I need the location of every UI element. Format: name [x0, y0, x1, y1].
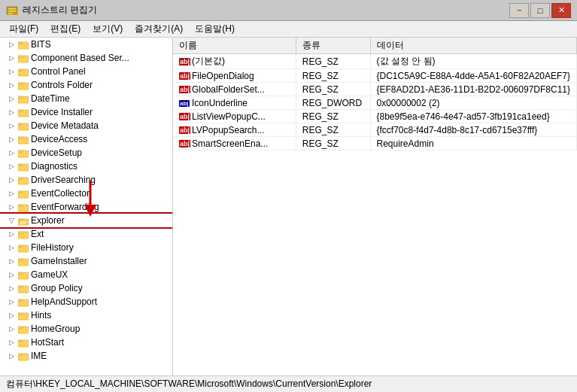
- svg-rect-13: [18, 96, 23, 99]
- tree-item-ds[interactable]: ▷ DeviceSetup: [0, 146, 172, 160]
- tree-item-has[interactable]: ▷ HelpAndSupport: [0, 295, 172, 308]
- folder-icon: [18, 188, 29, 199]
- tree-label: Explorer: [31, 215, 65, 226]
- svg-rect-34: [18, 232, 23, 234]
- cell-data: (값 설정 안 됨): [370, 54, 576, 69]
- tree-item-hs[interactable]: ▷ HotStart: [0, 336, 172, 349]
- tree-label: HelpAndSupport: [31, 296, 97, 307]
- cell-type: REG_SZ: [296, 137, 370, 150]
- col-header-name: 이름: [173, 38, 296, 54]
- tree-label: DeviceAccess: [31, 134, 87, 144]
- tree-panel: ▷ BITS ▷ Component Based Ser...: [0, 38, 173, 375]
- table-row[interactable]: ab|GlobalFolderSet...REG_SZ{EF8AD2D1-AE3…: [173, 83, 577, 96]
- cell-name: ab|GlobalFolderSet...: [173, 83, 296, 96]
- tree-label: Device Installer: [31, 107, 93, 117]
- tree-item-bits[interactable]: ▷ BITS: [0, 38, 172, 51]
- tree-item-explorer[interactable]: ▽ Explorer: [0, 214, 172, 227]
- ab-icon: ab|: [179, 71, 190, 81]
- minimize-button[interactable]: －: [509, 3, 529, 18]
- expand-icon: ▷: [6, 188, 17, 199]
- tree-item-dt[interactable]: ▷ DateTime: [0, 92, 172, 105]
- cell-type: REG_DWORD: [296, 96, 370, 110]
- menu-edit[interactable]: 편집(E): [44, 21, 87, 37]
- svg-rect-48: [18, 327, 23, 329]
- folder-icon: [18, 337, 29, 348]
- table-row[interactable]: ab|IconUnderlineREG_DWORD0x00000002 (2): [173, 96, 577, 110]
- expand-icon: ▷: [6, 39, 17, 50]
- expand-icon: ▷: [6, 107, 17, 117]
- ab-icon: ab|: [179, 126, 190, 135]
- cell-type: REG_SZ: [296, 54, 370, 69]
- tree-container[interactable]: ▷ BITS ▷ Component Based Ser...: [0, 38, 172, 375]
- table-row[interactable]: ab|FileOpenDialogREG_SZ{DC1C5A9C-E88A-4d…: [173, 69, 577, 83]
- tree-item-da[interactable]: ▷ DeviceAccess: [0, 132, 172, 146]
- folder-icon: [18, 296, 29, 307]
- ab-icon: ab|: [179, 85, 190, 94]
- expand-icon: ▷: [6, 229, 17, 239]
- tree-item-hints[interactable]: ▷ Hints: [0, 308, 172, 322]
- tree-item-cf[interactable]: ▷ Controls Folder: [0, 78, 172, 92]
- tree-item-fh[interactable]: ▷ FileHistory: [0, 241, 172, 254]
- maximize-button[interactable]: □: [530, 3, 550, 18]
- tree-item-di[interactable]: ▷ Device Installer: [0, 105, 172, 119]
- expand-icon: ▷: [6, 53, 17, 63]
- tree-item-gi[interactable]: ▷ GameInstaller: [0, 254, 172, 268]
- folder-icon-open: [18, 215, 29, 226]
- svg-rect-50: [18, 340, 23, 342]
- folder-icon: [18, 120, 29, 131]
- tree-label: Group Policy: [31, 283, 83, 293]
- tree-label: HotStart: [31, 337, 64, 348]
- tree-label: GameUX: [31, 269, 68, 280]
- tree-item-diag[interactable]: ▷ Diagnostics: [0, 160, 172, 173]
- folder-icon: [18, 310, 29, 321]
- table-row[interactable]: ab|LVPopupSearch...REG_SZ{fccf70c8-f4d7-…: [173, 123, 577, 137]
- tree-item-hg[interactable]: ▷ HomeGroup: [0, 322, 172, 336]
- expand-icon: ▷: [6, 80, 17, 90]
- menu-file[interactable]: 파일(F): [3, 21, 44, 37]
- tree-label: Control Panel: [31, 66, 86, 77]
- table-row[interactable]: ab|ListViewPopupC...REG_SZ{8be9f5ea-e746…: [173, 110, 577, 123]
- right-panel: 이름 종류 데이터 ab|(기본값)REG_SZ(값 설정 안 됨)ab|Fil…: [173, 38, 577, 375]
- svg-rect-19: [18, 137, 23, 139]
- svg-rect-44: [18, 299, 23, 302]
- tree-item-gux[interactable]: ▷ GameUX: [0, 268, 172, 281]
- tree-label: GameInstaller: [31, 256, 87, 266]
- folder-icon: [18, 80, 29, 90]
- tree-item-cbs[interactable]: ▷ Component Based Ser...: [0, 51, 172, 65]
- expand-icon: ▷: [6, 147, 17, 158]
- table-row[interactable]: ab|(기본값)REG_SZ(값 설정 안 됨): [173, 54, 577, 69]
- svg-rect-11: [18, 83, 23, 85]
- tree-item-ext[interactable]: ▷ Ext: [0, 227, 172, 241]
- table-row[interactable]: ab|SmartScreenEna...REG_SZRequireAdmin: [173, 137, 577, 150]
- main-content: ▷ BITS ▷ Component Based Ser...: [0, 38, 577, 375]
- svg-rect-1: [8, 8, 16, 10]
- cell-data: RequireAdmin: [370, 137, 576, 150]
- tree-item-gp[interactable]: ▷ Group Policy: [0, 281, 172, 295]
- menu-help[interactable]: 도움말(H): [189, 21, 241, 37]
- registry-table: 이름 종류 데이터 ab|(기본값)REG_SZ(값 설정 안 됨)ab|Fil…: [173, 38, 577, 150]
- registry-icon: [6, 5, 18, 17]
- tree-item-dm[interactable]: ▷ Device Metadata: [0, 119, 172, 132]
- folder-icon: [18, 202, 29, 212]
- svg-rect-25: [18, 178, 23, 180]
- dword-icon: ab|: [179, 99, 190, 108]
- expand-icon: ▷: [6, 337, 17, 348]
- tree-item-drs[interactable]: ▷ DriverSearching: [0, 173, 172, 187]
- svg-rect-2: [8, 11, 16, 12]
- svg-rect-9: [18, 69, 23, 71]
- cell-data: {DC1C5A9C-E88A-4dde-A5A1-60F82A20AEF7}: [370, 69, 576, 83]
- tree-item-ef[interactable]: ▷ EventForwarding: [0, 200, 172, 214]
- tree-item-cp[interactable]: ▷ Control Panel: [0, 65, 172, 78]
- menu-view[interactable]: 보기(V): [87, 21, 129, 37]
- svg-rect-40: [18, 272, 23, 275]
- close-button[interactable]: ✕: [551, 3, 571, 18]
- cell-name: ab|(기본값): [173, 54, 296, 69]
- tree-item-ime[interactable]: ▷ IME: [0, 349, 172, 363]
- folder-icon: [18, 351, 29, 361]
- tree-item-ec[interactable]: ▷ EventCollector: [0, 187, 172, 200]
- ab-icon: ab|: [179, 112, 190, 121]
- expand-icon: ▷: [6, 256, 17, 266]
- svg-rect-29: [18, 205, 23, 207]
- menu-favorites[interactable]: 즐겨찾기(A): [129, 21, 189, 37]
- cell-name: ab|FileOpenDialog: [173, 69, 296, 83]
